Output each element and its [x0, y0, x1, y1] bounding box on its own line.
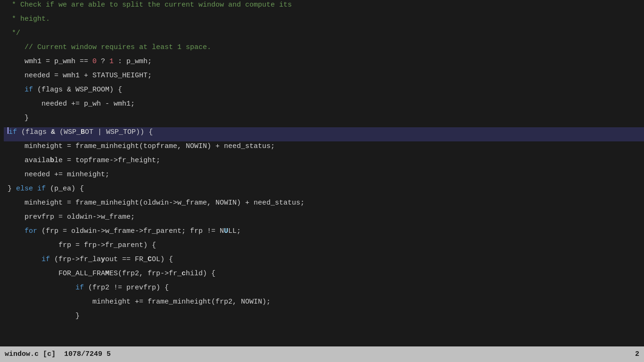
statusbar: window.c [c] 1078/7249 5 2: [0, 346, 644, 362]
code-line-16: prevfrp = oldwin->w_frame;: [4, 212, 644, 226]
code-line-20: FOR_ALL_FRAMES(frp2, frp->fr_child) {: [4, 269, 644, 283]
code-line-2: * height.: [4, 14, 644, 28]
code-line-22: minheight += frame_minheight(frp2, NOWIN…: [4, 297, 644, 311]
code-line-19: if (frp->fr_layout == FR_COL) {: [4, 255, 644, 269]
status-spacer2: [56, 350, 64, 358]
code-line-7: if (flags & WSP_ROOM) {: [4, 85, 644, 99]
code-line-8: needed += p_wh - wmh1;: [4, 99, 644, 113]
status-filetype: [c]: [43, 350, 56, 358]
code-line-18: frp = frp->fr_parent) {: [4, 240, 644, 255]
line-3-content: */: [8, 28, 20, 39]
status-position: 1078/7249: [64, 350, 102, 358]
line-2-content: * height.: [8, 14, 50, 25]
line-4-content: // Current window requires at least 1 sp…: [8, 42, 211, 53]
code-line-21: if (frp2 != prevfrp) {: [4, 283, 644, 297]
status-spacer3: [102, 350, 107, 358]
code-editor[interactable]: * Check if we are able to split the curr…: [0, 0, 644, 346]
code-line-17: for (frp = oldwin->w_frame->fr_parent; f…: [4, 226, 644, 240]
status-spacer1: [39, 350, 43, 358]
status-filename: window.c: [5, 350, 39, 358]
code-line-9: }: [4, 113, 644, 127]
code-line-6: needed = wmh1 + STATUS_HEIGHT;: [4, 71, 644, 85]
code-line-15: minheight = frame_minheight(oldwin->w_fr…: [4, 198, 644, 212]
code-line-11: minheight = frame_minheight(topframe, NO…: [4, 141, 644, 156]
status-right-number: 2: [635, 350, 639, 358]
line-1-content: * Check if we are able to split the curr…: [8, 0, 292, 11]
code-line-10: if (flags & (WSP_BOT | WSP_TOP)) {: [4, 127, 644, 141]
code-line-13: needed += minheight;: [4, 170, 644, 184]
code-line-4: // Current window requires at least 1 sp…: [4, 42, 644, 57]
code-line-14: } else if (p_ea) {: [4, 184, 644, 198]
code-line-3: */: [4, 28, 644, 42]
code-line-1: * Check if we are able to split the curr…: [4, 0, 644, 14]
status-column: 5: [107, 350, 111, 358]
code-line-12: available = topframe->fr_height;: [4, 156, 644, 170]
code-line-23: }: [4, 311, 644, 325]
code-area: * Check if we are able to split the curr…: [0, 0, 644, 325]
code-line-5: wmh1 = p_wmh == 0 ? 1 : p_wmh;: [4, 57, 644, 71]
